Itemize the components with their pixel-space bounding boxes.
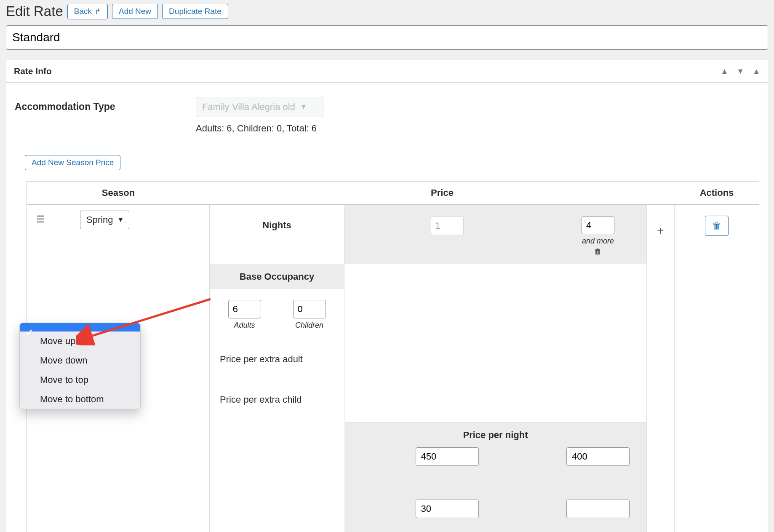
children-sublabel: Children — [295, 321, 323, 330]
extra-adult-tier2-input[interactable] — [566, 500, 630, 518]
season-select-value: Spring — [86, 214, 113, 225]
add-new-season-price-button[interactable]: Add New Season Price — [25, 155, 120, 170]
price-per-night-label: Price per night — [344, 422, 646, 447]
back-button[interactable]: Back — [67, 4, 108, 19]
nights-tier1-input — [431, 217, 464, 235]
col-price-header: Price — [210, 182, 675, 204]
dropdown-item-selected[interactable] — [20, 323, 140, 331]
add-new-label: Add New — [119, 7, 151, 16]
extra-adult-tier1-input[interactable] — [416, 500, 479, 518]
panel-collapse-icon[interactable]: ▲ — [753, 67, 760, 76]
add-tier-button[interactable]: + — [647, 205, 674, 238]
accommodation-label: Accommodation Type — [15, 97, 196, 112]
base-price-tier1-input[interactable] — [416, 447, 479, 466]
col-actions-header: Actions — [675, 182, 759, 204]
reorder-dropdown[interactable]: Move up Move down Move to top Move to bo… — [19, 323, 141, 409]
panel-up-icon[interactable]: ▲ — [721, 67, 729, 76]
base-occupancy-label: Base Occupancy — [210, 264, 344, 289]
back-button-label: Back — [74, 7, 92, 16]
panel-down-icon[interactable]: ▼ — [737, 67, 744, 76]
children-input[interactable] — [293, 300, 326, 318]
trash-icon: 🗑 — [712, 220, 721, 231]
delete-tier-icon[interactable]: 🗑 — [594, 247, 602, 256]
dropdown-item-move-to-bottom[interactable]: Move to bottom — [20, 390, 140, 409]
accommodation-row: Accommodation Type Family Villa Alegria … — [15, 97, 759, 134]
season-select[interactable]: Spring ▼ — [80, 211, 129, 229]
dropdown-item-move-down[interactable]: Move down — [20, 351, 140, 370]
page-header: Edit Rate Back Add New Duplicate Rate — [6, 0, 768, 25]
add-new-season-price-label: Add New Season Price — [32, 158, 114, 167]
accommodation-selected: Family Villa Alegria old — [202, 102, 295, 112]
delete-row-button[interactable]: 🗑 — [705, 216, 729, 236]
rate-info-panel: Rate Info ▲ ▼ ▲ Accommodation Type Famil… — [6, 60, 768, 532]
base-price-tier2-input[interactable] — [566, 447, 630, 466]
duplicate-rate-label: Duplicate Rate — [169, 7, 222, 16]
rate-title-input[interactable] — [6, 25, 768, 50]
add-new-button[interactable]: Add New — [112, 4, 158, 19]
nights-label: Nights — [210, 205, 344, 264]
adults-input[interactable] — [228, 300, 261, 318]
accommodation-meta: Adults: 6, Children: 0, Total: 6 — [196, 123, 323, 134]
extra-child-label: Price per extra child — [210, 382, 344, 422]
panel-title: Rate Info — [14, 66, 52, 76]
accommodation-type-select[interactable]: Family Villa Alegria old ▼ — [196, 97, 323, 117]
duplicate-rate-button[interactable]: Duplicate Rate — [162, 4, 228, 19]
extra-adult-label: Price per extra adult — [210, 341, 344, 382]
drag-handle-icon[interactable]: ☰ — [36, 211, 45, 225]
and-more-label: and more — [582, 237, 614, 246]
chevron-down-icon: ▼ — [117, 216, 124, 224]
dropdown-item-move-up[interactable]: Move up — [20, 331, 140, 351]
col-season-header: Season — [27, 182, 210, 204]
page-title: Edit Rate — [6, 3, 63, 19]
nights-tier2-input[interactable] — [582, 217, 614, 234]
chevron-down-icon: ▼ — [300, 103, 307, 111]
adults-sublabel: Adults — [234, 321, 255, 330]
back-arrow-icon — [94, 7, 101, 16]
dropdown-item-move-to-top[interactable]: Move to top — [20, 370, 140, 390]
